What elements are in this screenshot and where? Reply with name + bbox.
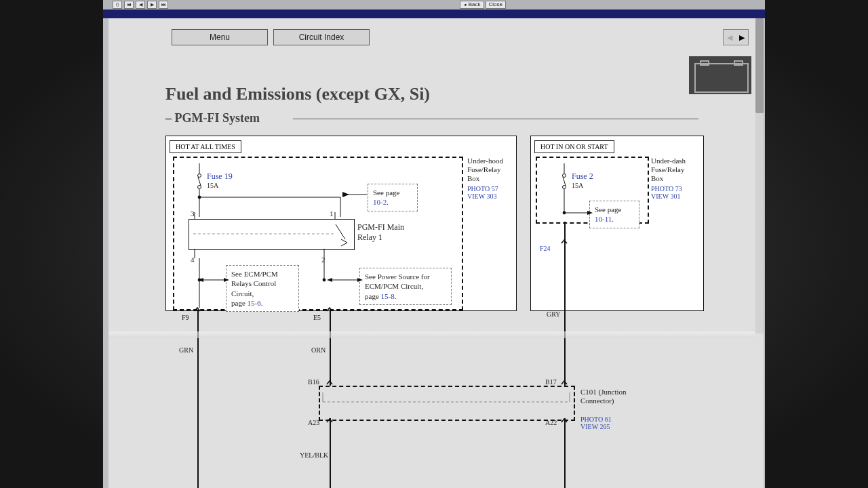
seepage-10-11[interactable]: See page10-11.	[589, 201, 639, 228]
hot-label-right: HOT IN ON OR START	[534, 140, 614, 153]
seepage-10-2[interactable]: See page10-2.	[368, 184, 418, 211]
pin-a22: A22	[545, 419, 557, 426]
wirecolor-yelblk: YEL/BLK	[300, 451, 328, 459]
photo-ref-left-1[interactable]: PHOTO 57	[467, 185, 498, 192]
pin-a23: A23	[308, 419, 319, 426]
pin-3: 3	[191, 209, 195, 218]
tb-print-icon[interactable]: ⎙	[113, 1, 122, 9]
pin-e5: E5	[313, 314, 321, 321]
page-split	[108, 331, 755, 338]
wire-yelblk-r	[564, 418, 566, 488]
panel-underdash: HOT IN ON OR START Under-dash Fuse/Relay…	[530, 136, 704, 311]
scroll-thumb[interactable]	[755, 18, 764, 113]
diagram: HOT AT ALL TIMES Under-hood Fuse/Relay B…	[108, 18, 755, 488]
wire-gry	[564, 222, 566, 386]
relay-label: PGM-FI Main Relay 1	[357, 222, 412, 243]
box-label-right: Under-dash Fuse/Relay Box	[651, 157, 697, 184]
wirecolor-grn: GRN	[179, 346, 193, 354]
wirecolor-gry: GRY	[547, 310, 561, 318]
photo-ref-left-2[interactable]: VIEW 303	[467, 192, 496, 200]
fuse2-rating: 15A	[572, 182, 583, 189]
junction-box	[319, 386, 575, 421]
refbox-15-8[interactable]: See Power Source for ECM/PCM Circuit, pa…	[359, 268, 452, 305]
refbox-15-6[interactable]: See ECM/PCM Relays Control Circuit, page…	[226, 265, 299, 312]
pin-f24: F24	[540, 245, 551, 252]
panel-underhood: HOT AT ALL TIMES Under-hood Fuse/Relay B…	[165, 136, 517, 311]
junction-label: C101 (Junction Connector)	[580, 388, 642, 405]
junction-ref-2[interactable]: VIEW 265	[580, 423, 610, 430]
wirecolor-orn: ORN	[311, 346, 326, 354]
hot-label-left: HOT AT ALL TIMES	[170, 140, 241, 153]
back-button[interactable]: Back	[460, 1, 484, 9]
photo-ref-right-1[interactable]: PHOTO 73	[651, 185, 682, 192]
app-window: ⎙ ⏮ ◀ ▶ ⏭ Back Close Menu Circuit Index …	[103, 0, 765, 488]
pin-b17: B17	[545, 378, 557, 386]
pin-b16: B16	[308, 378, 319, 386]
wire-orn	[330, 310, 331, 386]
toolbar: ⎙ ⏮ ◀ ▶ ⏭ Back Close	[103, 0, 765, 9]
tb-last-icon[interactable]: ⏭	[159, 1, 168, 9]
tb-prev-icon[interactable]: ◀	[136, 1, 145, 9]
vertical-scrollbar[interactable]	[755, 18, 764, 333]
viewer-pane: Menu Circuit Index ◀ ▶ Fuel and Emission…	[108, 18, 764, 488]
wire-yelblk-l	[330, 418, 331, 488]
photo-ref-right-2[interactable]: VIEW 301	[651, 192, 680, 200]
blue-bar	[103, 9, 765, 18]
pin-1: 1	[330, 209, 334, 218]
pin-f9: F9	[182, 314, 189, 321]
fuse2-name[interactable]: Fuse 2	[572, 171, 593, 182]
fuse19-name[interactable]: Fuse 19	[207, 171, 233, 182]
tb-first-icon[interactable]: ⏮	[124, 1, 134, 9]
box-label-left: Under-hood Fuse/Relay Box	[467, 157, 513, 184]
fuse19-rating: 15A	[207, 182, 218, 189]
pin-4: 4	[191, 256, 195, 264]
tb-next-icon[interactable]: ▶	[147, 1, 157, 9]
relay-box	[189, 219, 355, 250]
close-button[interactable]: Close	[486, 1, 506, 9]
junction-ref-1[interactable]: PHOTO 61	[580, 415, 612, 423]
pin-2: 2	[321, 256, 326, 264]
